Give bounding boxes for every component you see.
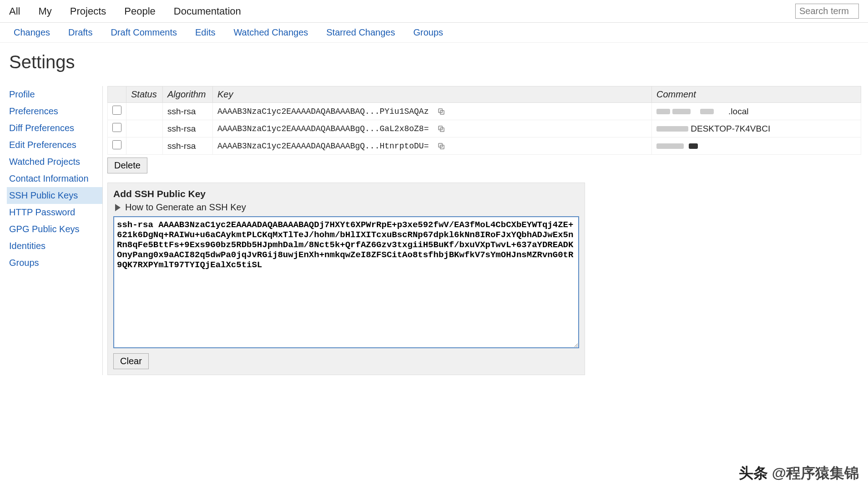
col-status: Status <box>126 86 163 103</box>
cell-algorithm: ssh-rsa <box>163 137 213 155</box>
ssh-key-textarea[interactable] <box>113 216 579 348</box>
add-panel-title: Add SSH Public Key <box>113 188 579 199</box>
copy-icon[interactable] <box>437 125 445 133</box>
table-row: ssh-rsa AAAAB3NzaC1yc2EAAAADAQABAAABgQ..… <box>108 120 861 137</box>
cell-comment <box>652 137 861 155</box>
cell-key: AAAAB3NzaC1yc2EAAAADAQABAAABgQ...GaL2x8o… <box>213 120 652 137</box>
delete-button[interactable]: Delete <box>107 158 147 173</box>
subnav-groups[interactable]: Groups <box>413 27 443 38</box>
subnav-changes[interactable]: Changes <box>14 27 50 38</box>
subnav-starred-changes[interactable]: Starred Changes <box>326 27 395 38</box>
sidebar-item-diff-preferences[interactable]: Diff Preferences <box>7 120 102 137</box>
subnav-watched-changes[interactable]: Watched Changes <box>233 27 308 38</box>
topnav-people[interactable]: People <box>124 5 156 17</box>
cell-status <box>126 120 163 137</box>
cell-key: AAAAB3NzaC1yc2EAAAADAQABAAABgQ...Htnrpto… <box>213 137 652 155</box>
table-row: ssh-rsa AAAAB3NzaC1yc2EAAAADAQABAAABgQ..… <box>108 137 861 155</box>
sidebar-item-contact-information[interactable]: Contact Information <box>7 170 102 187</box>
top-nav: All My Projects People Documentation <box>0 0 868 23</box>
clear-button[interactable]: Clear <box>113 353 149 369</box>
col-algorithm: Algorithm <box>163 86 213 103</box>
page-title: Settings <box>0 43 868 86</box>
search-box <box>795 4 859 19</box>
howto-expand[interactable]: How to Generate an SSH Key <box>113 202 579 213</box>
cell-comment: .local <box>652 103 861 120</box>
content: Profile Preferences Diff Preferences Edi… <box>0 86 868 375</box>
triangle-right-icon <box>115 204 121 211</box>
sidebar-item-identities[interactable]: Identities <box>7 238 102 254</box>
search-input[interactable] <box>795 4 859 19</box>
col-key: Key <box>213 86 652 103</box>
cell-comment: DESKTOP-7K4VBCI <box>652 120 861 137</box>
settings-sidebar: Profile Preferences Diff Preferences Edi… <box>7 86 102 375</box>
table-row: ssh-rsa AAAAB3NzaC1yc2EAAAADAQABAAABAQ..… <box>108 103 861 120</box>
howto-label: How to Generate an SSH Key <box>125 202 246 213</box>
cell-status <box>126 103 163 120</box>
sidebar-item-profile[interactable]: Profile <box>7 86 102 103</box>
copy-icon[interactable] <box>437 107 445 116</box>
topnav-all[interactable]: All <box>9 5 20 17</box>
subnav-drafts[interactable]: Drafts <box>68 27 92 38</box>
row-checkbox[interactable] <box>112 106 121 115</box>
row-checkbox[interactable] <box>112 140 121 149</box>
ssh-keys-table: Status Algorithm Key Comment ssh-rsa AAA… <box>107 86 861 155</box>
topnav-projects[interactable]: Projects <box>70 5 106 17</box>
copy-icon[interactable] <box>437 142 445 150</box>
sidebar-item-gpg-public-keys[interactable]: GPG Public Keys <box>7 221 102 238</box>
topnav-my[interactable]: My <box>38 5 51 17</box>
row-checkbox[interactable] <box>112 123 121 132</box>
cell-algorithm: ssh-rsa <box>163 103 213 120</box>
col-checkbox <box>108 86 126 103</box>
main-panel: Status Algorithm Key Comment ssh-rsa AAA… <box>102 86 861 375</box>
topnav-documentation[interactable]: Documentation <box>174 5 241 17</box>
cell-algorithm: ssh-rsa <box>163 120 213 137</box>
sidebar-item-ssh-public-keys[interactable]: SSH Public Keys <box>7 187 102 204</box>
cell-status <box>126 137 163 155</box>
sub-nav: Changes Drafts Draft Comments Edits Watc… <box>0 23 868 43</box>
sidebar-item-http-password[interactable]: HTTP Password <box>7 204 102 221</box>
sidebar-item-watched-projects[interactable]: Watched Projects <box>7 153 102 170</box>
col-comment: Comment <box>652 86 861 103</box>
sidebar-item-preferences[interactable]: Preferences <box>7 103 102 120</box>
sidebar-item-edit-preferences[interactable]: Edit Preferences <box>7 137 102 153</box>
subnav-edits[interactable]: Edits <box>195 27 215 38</box>
sidebar-item-groups[interactable]: Groups <box>7 254 102 271</box>
add-ssh-key-panel: Add SSH Public Key How to Generate an SS… <box>107 183 585 375</box>
subnav-draft-comments[interactable]: Draft Comments <box>111 27 177 38</box>
cell-key: AAAAB3NzaC1yc2EAAAADAQABAAABAQ...PYiu1SA… <box>213 103 652 120</box>
